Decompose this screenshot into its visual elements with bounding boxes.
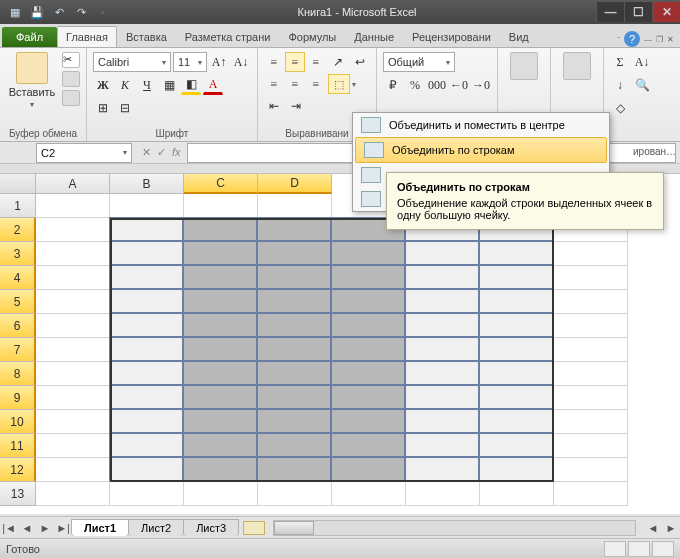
border-button[interactable]: ▦ [159, 75, 179, 95]
merge-center-item[interactable]: Объединить и поместить в центре [353, 113, 609, 137]
cell[interactable] [109, 265, 183, 289]
row-header-7[interactable]: 7 [0, 338, 36, 362]
cell[interactable] [479, 265, 553, 289]
cell[interactable] [405, 361, 479, 385]
comma-style-button[interactable]: 000 [427, 75, 447, 95]
align-left-icon[interactable]: ≡ [264, 74, 284, 94]
cell[interactable] [405, 265, 479, 289]
cell[interactable] [257, 265, 331, 289]
cell[interactable] [36, 242, 110, 266]
percent-button[interactable]: % [405, 75, 425, 95]
cell[interactable] [554, 410, 628, 434]
cell[interactable] [36, 410, 110, 434]
sort-filter-icon[interactable]: A↓ [632, 52, 652, 72]
cell[interactable] [331, 361, 405, 385]
cell[interactable] [36, 482, 110, 506]
cell[interactable] [109, 433, 183, 457]
cell[interactable] [109, 361, 183, 385]
view-normal-icon[interactable] [604, 541, 626, 557]
cell[interactable] [479, 313, 553, 337]
cell[interactable] [554, 314, 628, 338]
cell[interactable] [331, 385, 405, 409]
ribbon-minimize-icon[interactable]: ˇ [617, 35, 620, 44]
align-top-icon[interactable]: ≡ [264, 52, 284, 72]
cell[interactable] [109, 313, 183, 337]
sheet-nav-last[interactable]: ►| [54, 519, 72, 537]
doc-close-icon[interactable]: ✕ [667, 35, 674, 44]
number-format-dropdown[interactable]: Общий▾ [383, 52, 455, 72]
cell[interactable] [405, 385, 479, 409]
horizontal-scrollbar[interactable] [273, 520, 636, 536]
cell[interactable] [110, 482, 184, 506]
cell[interactable] [257, 457, 331, 481]
cell[interactable] [554, 362, 628, 386]
cell[interactable] [554, 242, 628, 266]
increase-decimal-icon[interactable]: ←0 [449, 75, 469, 95]
row-header-3[interactable]: 3 [0, 242, 36, 266]
cell[interactable] [479, 385, 553, 409]
cell[interactable] [184, 482, 258, 506]
cell[interactable] [331, 289, 405, 313]
tab-review[interactable]: Рецензировани [403, 26, 500, 47]
cell[interactable] [257, 289, 331, 313]
cell[interactable] [479, 361, 553, 385]
orientation-icon[interactable]: ↗ [328, 52, 348, 72]
cell[interactable] [183, 337, 257, 361]
cell[interactable] [405, 409, 479, 433]
row-header-8[interactable]: 8 [0, 362, 36, 386]
cell[interactable] [183, 289, 257, 313]
cell[interactable] [257, 217, 331, 241]
cell[interactable] [36, 218, 110, 242]
cell[interactable] [554, 338, 628, 362]
qat-dropdown-icon[interactable]: ▾ [94, 3, 112, 21]
cell[interactable] [183, 361, 257, 385]
cell[interactable] [183, 265, 257, 289]
minimize-button[interactable]: — [596, 2, 624, 22]
underline-button[interactable]: Ч [137, 75, 157, 95]
cell[interactable] [405, 433, 479, 457]
cell[interactable] [331, 241, 405, 265]
tab-formulas[interactable]: Формулы [279, 26, 345, 47]
hscroll-right[interactable]: ► [662, 519, 680, 537]
cell[interactable] [257, 361, 331, 385]
col-header-c[interactable]: C [184, 174, 258, 194]
cell[interactable] [479, 457, 553, 481]
accept-formula-icon[interactable]: ✓ [157, 146, 166, 159]
view-page-layout-icon[interactable] [628, 541, 650, 557]
find-icon[interactable]: 🔍 [632, 75, 652, 95]
row-header-5[interactable]: 5 [0, 290, 36, 314]
hscroll-left[interactable]: ◄ [644, 519, 662, 537]
italic-button[interactable]: К [115, 75, 135, 95]
col-header-b[interactable]: B [110, 174, 184, 194]
name-box[interactable]: C2▾ [36, 143, 132, 163]
cell[interactable] [554, 482, 628, 506]
decrease-font-icon[interactable]: A↓ [231, 52, 251, 72]
cell[interactable] [184, 194, 258, 218]
fill-color-button[interactable]: ◧ [181, 75, 201, 95]
cell[interactable] [332, 482, 406, 506]
font-size-dropdown[interactable]: 11▾ [173, 52, 207, 72]
hscroll-thumb[interactable] [274, 521, 314, 535]
sheet-tab-3[interactable]: Лист3 [183, 519, 239, 536]
cell[interactable] [258, 194, 332, 218]
decrease-decimal-icon[interactable]: →0 [471, 75, 491, 95]
row-header-1[interactable]: 1 [0, 194, 36, 218]
cell[interactable] [331, 313, 405, 337]
tab-view[interactable]: Вид [500, 26, 538, 47]
cell[interactable] [36, 362, 110, 386]
cell[interactable] [480, 482, 554, 506]
col-header-d[interactable]: D [258, 174, 332, 194]
sheet-nav-first[interactable]: |◄ [0, 519, 18, 537]
undo-icon[interactable]: ↶ [50, 3, 68, 21]
cell[interactable] [479, 409, 553, 433]
sheet-nav-next[interactable]: ► [36, 519, 54, 537]
cut-icon[interactable]: ✂ [62, 52, 80, 68]
copy-icon[interactable] [62, 71, 80, 87]
cell[interactable] [109, 217, 183, 241]
sheet-tab-1[interactable]: Лист1 [71, 519, 129, 536]
align-bottom-icon[interactable]: ≡ [306, 52, 326, 72]
fill-icon[interactable]: ↓ [610, 75, 630, 95]
tab-insert[interactable]: Вставка [117, 26, 176, 47]
help-icon[interactable]: ? [624, 31, 640, 47]
merge-cells-button[interactable]: ⬚ [328, 74, 350, 94]
